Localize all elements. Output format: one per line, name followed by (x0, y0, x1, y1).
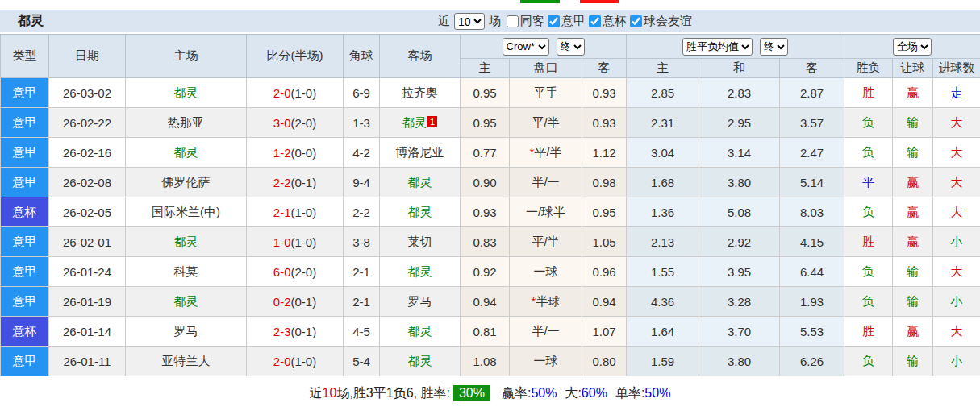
score: 1-2(0-0) (247, 138, 344, 168)
win-rate-badge: 30% (453, 385, 490, 401)
handicap-odds-away: 0.93 (582, 78, 627, 108)
footer-big-value: 60% (582, 386, 607, 400)
result-wdl: 平 (844, 168, 893, 197)
score: 6-0(2-0) (247, 257, 344, 287)
result-wdl: 负 (844, 197, 893, 227)
handicap-odds-away: 0.80 (582, 347, 627, 376)
result-goals: 大 (933, 257, 980, 287)
match-row: 意杯26-02-05国际米兰(中)2-1(1-0)2-2都灵0.93一/球半0.… (1, 197, 980, 227)
avg-odds-home: 2.13 (627, 227, 699, 257)
avg-odds-draw: 3.28 (699, 287, 780, 317)
avg-odds-group-header: 胜平负均值 终 (627, 35, 844, 59)
subcol-handicap-result: 让球 (893, 59, 933, 78)
corner-score: 5-4 (344, 347, 380, 376)
avg-odds-away: 3.57 (780, 108, 844, 138)
match-date: 26-01-24 (49, 257, 126, 287)
league-type-badge: 意甲 (1, 78, 49, 108)
handicap-odds-home: 0.93 (461, 197, 510, 227)
corner-score: 4-2 (344, 138, 380, 168)
handicap-line: 半/一 (510, 168, 582, 197)
handicap-odds-home: 0.77 (461, 138, 510, 168)
score: 2-0(1-0) (247, 78, 344, 108)
handicap-odds-home: 0.90 (461, 168, 510, 197)
result-handicap: 输 (893, 347, 933, 376)
recent-count-select[interactable]: 10 (454, 13, 485, 30)
checkbox-input[interactable] (507, 15, 519, 27)
result-goals: 大 (933, 197, 980, 227)
subcol-avg-draw: 和 (699, 59, 780, 78)
result-wdl: 负 (844, 287, 893, 317)
handicap-line: 半/一 (510, 317, 582, 347)
handicap-odds-away: 0.94 (582, 287, 627, 317)
handicap-time-select[interactable]: 终 (557, 38, 585, 56)
match-row: 意甲26-01-19都灵0-2(0-1)2-1罗马0.94*半球0.944.36… (1, 287, 980, 317)
match-date: 26-01-19 (49, 287, 126, 317)
handicap-line: 一球 (510, 257, 582, 287)
avg-odds-draw: 2.83 (699, 78, 780, 108)
league-type-badge: 意杯 (1, 197, 49, 227)
bookmaker-select[interactable]: Crow* (503, 38, 549, 56)
home-team: 科莫 (126, 257, 247, 287)
league-type-badge: 意甲 (1, 227, 49, 257)
handicap-line: 平手 (510, 78, 582, 108)
filter-checkbox-球会友谊[interactable]: 球会友谊 (630, 14, 692, 29)
match-table-body: 意甲26-03-02都灵2-0(1-0)6-9拉齐奥0.95平手0.932.85… (1, 78, 980, 376)
match-date: 26-02-01 (49, 227, 126, 257)
handicap-line: 一球 (510, 347, 582, 376)
corner-score: 9-4 (344, 168, 380, 197)
avg-odds-away: 5.14 (780, 168, 844, 197)
avg-odds-draw: 5.08 (699, 197, 780, 227)
avg-time-select[interactable]: 终 (760, 38, 788, 56)
handicap-odds-home: 1.08 (461, 347, 510, 376)
filter-checkbox-意甲[interactable]: 意甲 (548, 14, 586, 29)
avg-odds-away: 1.93 (780, 287, 844, 317)
checkbox-input[interactable] (630, 15, 642, 27)
score: 2-0(1-0) (247, 347, 344, 376)
filter-checkbox-同客[interactable]: 同客 (507, 14, 544, 29)
away-team: 博洛尼亚 (380, 138, 461, 168)
match-date: 26-02-22 (49, 108, 126, 138)
score: 1-0(1-0) (247, 227, 344, 257)
filters: 近 10 场 同客意甲意杯球会友谊 (438, 13, 692, 30)
checkbox-input[interactable] (548, 15, 560, 27)
corner-score: 2-1 (344, 287, 380, 317)
avg-odds-home: 1.55 (627, 257, 699, 287)
top-cutoff-strip (0, 0, 980, 10)
handicap-odds-away: 0.98 (582, 168, 627, 197)
checkbox-label: 球会友谊 (644, 14, 692, 29)
result-handicap: 赢 (893, 317, 933, 347)
home-team: 佛罗伦萨 (126, 168, 247, 197)
checkbox-label: 同客 (520, 14, 544, 29)
handicap-line: *半球 (510, 287, 582, 317)
result-goals: 小 (933, 227, 980, 257)
home-team: 亚特兰大 (126, 347, 247, 376)
avg-odds-select[interactable]: 胜平负均值 (682, 38, 753, 56)
col-header-away: 客场 (380, 35, 461, 78)
scope-select[interactable]: 全场 (893, 38, 932, 56)
away-team-color-bar (580, 0, 619, 3)
away-team: 都灵1 (380, 108, 461, 138)
avg-odds-away: 8.03 (780, 197, 844, 227)
handicap-line: 一/球半 (510, 197, 582, 227)
handicap-odds-home: 0.83 (461, 227, 510, 257)
avg-odds-away: 6.44 (780, 257, 844, 287)
home-team: 国际米兰(中) (126, 197, 247, 227)
match-row: 意杯26-01-14罗马2-3(0-1)4-5都灵0.81半/一1.071.64… (1, 317, 980, 347)
handicap-odds-away: 1.12 (582, 138, 627, 168)
league-filter-checkboxes: 同客意甲意杯球会友谊 (503, 14, 692, 29)
home-team: 都灵 (126, 138, 247, 168)
filter-checkbox-意杯[interactable]: 意杯 (589, 14, 627, 29)
home-team: 都灵 (126, 287, 247, 317)
result-goals: 大 (933, 317, 980, 347)
col-header-home: 主场 (126, 35, 247, 78)
avg-odds-away: 4.15 (780, 227, 844, 257)
handicap-odds-home: 0.94 (461, 287, 510, 317)
away-team: 都灵 (380, 317, 461, 347)
match-row: 意甲26-02-22热那亚3-0(2-0)1-3都灵10.95平/半0.932.… (1, 108, 980, 138)
avg-odds-home: 1.59 (627, 347, 699, 376)
checkbox-input[interactable] (589, 15, 601, 27)
match-date: 26-01-11 (49, 347, 126, 376)
subcol-handicap-line: 盘口 (510, 59, 582, 78)
league-type-badge: 意杯 (1, 317, 49, 347)
home-team: 热那亚 (126, 108, 247, 138)
